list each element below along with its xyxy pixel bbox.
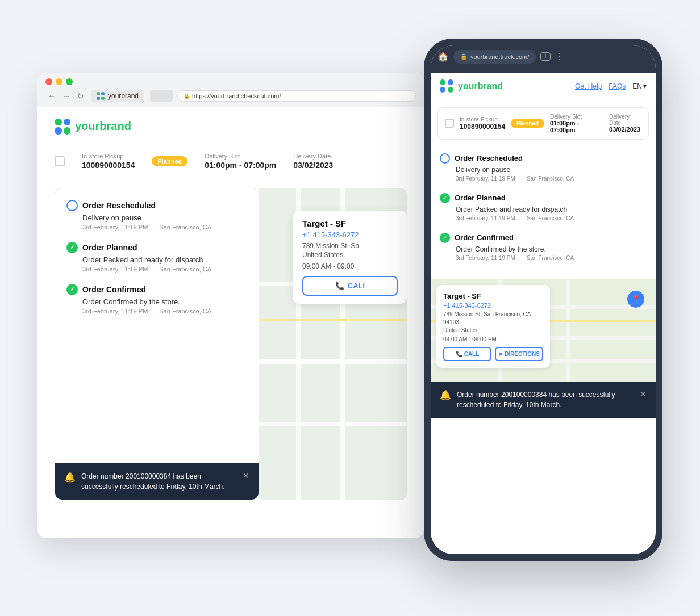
confirmed-date: 3rd February, 11:19 PM	[82, 308, 148, 315]
phone-call-label: CALL	[464, 351, 480, 357]
browser-tab[interactable]: yourbrand	[91, 90, 144, 102]
map-road-h2	[259, 359, 407, 364]
planned-location: San Francisco, CA	[159, 266, 211, 273]
phone-notification-close-button[interactable]: ✕	[640, 389, 647, 399]
date-value: 03/02/2023	[293, 161, 333, 170]
phone-order-checkbox[interactable]	[445, 119, 454, 128]
back-button[interactable]: ←	[45, 90, 58, 102]
status-badge: Planned	[152, 156, 188, 166]
phone-confirmed-icon: ✓	[440, 233, 450, 243]
rescheduled-body: Delivery on pause 3rd February, 11:19 PM…	[82, 213, 247, 231]
tab-label: yourbrand	[108, 92, 139, 100]
phone-address-line: 789 Mission St, San Francisco, CA 94103,	[443, 311, 531, 325]
phone-content: yourbrand Get Help FAQs EN ▾	[431, 73, 656, 554]
address-bar[interactable]: 🔒 https://yourbrand.checkout.com/	[177, 90, 416, 102]
planned-body: Order Packed and ready for dispatch 3rd …	[82, 255, 247, 273]
brand-name: yourbrand	[75, 120, 131, 133]
minimize-dot[interactable]	[56, 78, 63, 85]
phone-rescheduled-location: San Francisco, CA	[527, 175, 574, 182]
phone-timeline-planned: ✓ Order Planned Order Packed and ready f…	[440, 193, 647, 221]
notification-bell-icon: 🔔	[64, 472, 76, 483]
phone-store-phone[interactable]: +1 415-343-6272	[443, 302, 543, 309]
desktop-call-button[interactable]: 📞 CALI	[302, 276, 398, 296]
confirmed-title: Order Confirmed	[82, 285, 146, 294]
reload-button[interactable]: ↻	[75, 90, 86, 102]
desktop-brand-logo: yourbrand	[55, 119, 407, 135]
phone-planned-location: San Francisco, CA	[527, 215, 574, 221]
phone-planned-body: Order Packed and ready for dispatch 3rd …	[456, 206, 647, 221]
desktop-browser: ← → ↻ yourbrand	[38, 73, 424, 538]
phone-home-icon[interactable]: 🏠	[438, 51, 449, 62]
phone-call-button[interactable]: 📞 CALL	[443, 347, 491, 361]
close-dot[interactable]	[45, 78, 52, 85]
phone-map-bg: Target - SF +1 415-343-6272 789 Mission …	[431, 279, 656, 382]
desktop-store-popup: Target - SF +1 415-343-6272 789 Mission …	[293, 211, 407, 304]
url-text: https://yourbrand.checkout.com/	[192, 93, 281, 99]
phone-store-info: Target - SF +1 415-343-6272 789 Mission …	[436, 285, 550, 368]
lang-text: EN	[632, 82, 642, 90]
timeline-item-confirmed: ✓ Order Confirmed Order Confirmed by the…	[66, 284, 247, 315]
order-date-info: Delivery Date 03/02/2023	[293, 153, 333, 170]
desktop-order-header: In-store Pickup 100890000154 Planned Del…	[55, 146, 407, 177]
mobile-phone: 🏠 🔒 yourbrand.track.com/ 1 ⋮	[424, 39, 663, 561]
phone-directions-button[interactable]: ➤ DIRECTIONS	[495, 347, 543, 361]
phone-url-text: yourbrand.track.com/	[470, 53, 529, 60]
planned-icon: ✓	[66, 242, 78, 253]
desktop-store-address: 789 Mission St, Sa United States.	[302, 241, 398, 261]
timeline-header-2: ✓ Order Planned	[66, 242, 247, 253]
phone-order-number: 100890000154	[460, 123, 505, 131]
rescheduled-icon	[66, 200, 78, 211]
browser-chrome: ← → ↻ yourbrand	[38, 73, 424, 107]
forward-button[interactable]: →	[60, 90, 73, 102]
desktop-notification-bar: 🔔 Order number 200100000384 has been suc…	[55, 463, 259, 500]
phone-planned-icon: ✓	[440, 193, 450, 203]
phone-menu-icon[interactable]: ⋮	[555, 51, 564, 62]
phone-directions-label: DIRECTIONS	[505, 351, 540, 357]
desktop-main-content: Order Rescheduled Delivery on pause 3rd …	[55, 188, 407, 500]
phone-brand-nav: Get Help FAQs EN ▾	[575, 82, 647, 90]
phone-brand-left: yourbrand	[440, 79, 503, 93]
notification-close-button[interactable]: ✕	[243, 471, 249, 480]
phone-confirmed-date: 3rd February, 11:19 PM	[456, 255, 515, 261]
phone-notification-bar: 🔔 Order number 200100000384 has been suc…	[431, 382, 656, 418]
rescheduled-meta: 3rd February, 11:19 PM San Francisco, CA	[82, 224, 247, 231]
confirmed-body: Order Confirmed by the store. 3rd Februa…	[82, 297, 247, 315]
phone-rescheduled-icon	[440, 153, 450, 164]
rescheduled-location: San Francisco, CA	[159, 224, 211, 231]
maximize-dot[interactable]	[66, 78, 73, 85]
planned-date: 3rd February, 11:19 PM	[82, 266, 148, 273]
slot-label: Delivery Slot	[205, 153, 276, 160]
confirmed-meta: 3rd February, 11:19 PM San Francisco, CA	[82, 308, 247, 315]
phone-country: United States.	[443, 327, 479, 333]
phone-address-bar[interactable]: 🔒 yourbrand.track.com/	[453, 50, 536, 64]
phone-tab-count[interactable]: 1	[540, 52, 551, 61]
desktop-store-country: United States.	[302, 251, 345, 259]
lock-icon: 🔒	[184, 93, 190, 99]
phone-confirmed-title: Order Confirmed	[455, 233, 514, 242]
desktop-call-label: CALI	[348, 282, 365, 290]
desktop-store-phone[interactable]: +1 415-343-6272	[302, 231, 398, 239]
order-checkbox[interactable]	[55, 156, 65, 166]
phone-confirmed-subtitle: Order Confirmed by the store.	[456, 245, 647, 253]
phone-pickup-info: In-store Pickup 100890000154	[460, 116, 505, 131]
phone-lock-icon: 🔒	[460, 53, 467, 60]
slot-value: 01:00pm - 07:00pm	[205, 161, 276, 170]
rescheduled-subtitle: Delivery on pause	[82, 213, 247, 222]
phone-timeline: Order Rescheduled Delivery on pause 3rd …	[431, 146, 656, 279]
faq-link[interactable]: FAQs	[609, 82, 626, 90]
phone-slot-info: Delivery Slot 01:00pm - 07:00pm	[550, 114, 603, 133]
rescheduled-date: 3rd February, 11:19 PM	[82, 224, 148, 231]
language-selector[interactable]: EN ▾	[632, 82, 647, 90]
phone-date-label: Delivery Date	[609, 114, 641, 126]
phone-timeline-header-2: ✓ Order Planned	[440, 193, 647, 203]
get-help-link[interactable]: Get Help	[575, 82, 602, 90]
phone-slot-value: 01:00pm - 07:00pm	[550, 120, 603, 133]
phone-store-buttons: 📞 CALL ➤ DIRECTIONS	[443, 347, 543, 361]
phone-brand-header: yourbrand Get Help FAQs EN ▾	[431, 73, 656, 100]
browser-toolbar: ← → ↻ yourbrand	[45, 90, 416, 102]
desktop-map-panel: Target - SF +1 415-343-6272 789 Mission …	[259, 188, 407, 500]
directions-arrow-icon: ➤	[498, 351, 503, 357]
planned-meta: 3rd February, 11:19 PM San Francisco, CA	[82, 266, 247, 273]
phone-status-badge: Planned	[511, 119, 544, 128]
phone-timeline-confirmed: ✓ Order Confirmed Order Confirmed by the…	[440, 233, 647, 261]
